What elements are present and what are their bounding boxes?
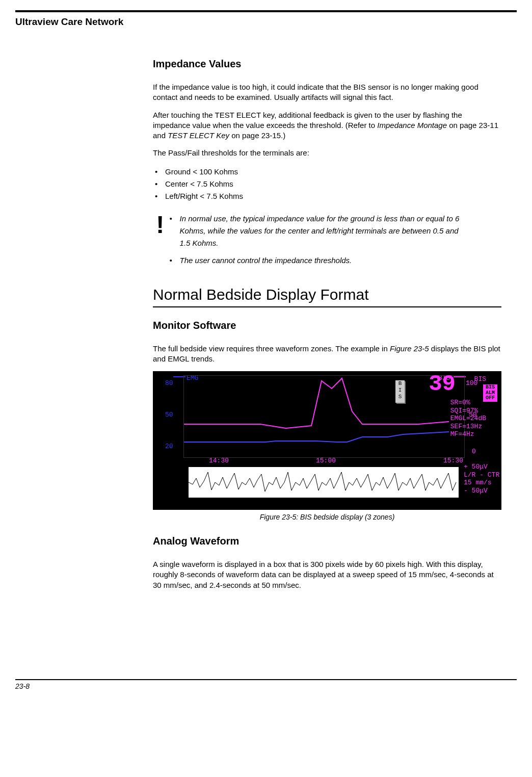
page-header: Ultraview Care Network [15, 16, 517, 28]
y-left-tick: 20 [165, 443, 173, 450]
list-item: In normal use, the typical impedance val… [168, 213, 501, 249]
page-number: 23-8 [15, 682, 532, 690]
crossref: TEST ELECT Key [168, 131, 229, 140]
waveform-svg [189, 467, 459, 498]
line-emg [184, 432, 449, 442]
heading-monitor-software: Monitor Software [153, 320, 501, 331]
stat-line: EMGL=24dB [450, 415, 486, 423]
chart-area [183, 375, 465, 458]
list-item: Ground < 100 Kohms [153, 166, 501, 178]
stat-line: SQI=97% [450, 407, 486, 415]
heading-rule [153, 306, 501, 307]
waveform-line [189, 472, 456, 491]
wave-info-line: + 50μV [464, 463, 499, 471]
stat-line: MF=4Hz [450, 430, 486, 438]
chart-svg [184, 376, 464, 457]
exclamation-icon: ! [153, 213, 168, 272]
stat-line: SEF=13Hz [450, 423, 486, 431]
stat-line: SR=0% [450, 399, 486, 407]
figure-caption: Figure 23-5: BIS bedside display (3 zone… [153, 513, 501, 521]
crossref: Impedance Montage [377, 121, 447, 130]
paragraph: After touching the TEST ELECT key, addit… [153, 110, 501, 141]
paragraph: A single waveform is displayed in a box … [153, 559, 501, 590]
y-left-tick: 80 [165, 379, 173, 387]
x-tick: 14:30 [209, 457, 229, 464]
wave-info-line: L/R - CTR [464, 471, 499, 479]
paragraph: The full bedside view requires three wav… [153, 344, 501, 365]
wave-info-line: 15 mm/s [464, 479, 499, 487]
bis-tab: BIS [395, 380, 405, 403]
paragraph: The Pass/Fail thresholds for the termina… [153, 148, 501, 158]
note-block: ! In normal use, the typical impedance v… [153, 213, 501, 272]
text: on page 23-15.) [231, 131, 285, 140]
header-rule [15, 10, 517, 12]
list-item: Center < 7.5 Kohms [153, 178, 501, 190]
heading-analog-waveform: Analog Waveform [153, 535, 501, 547]
line-bis [184, 378, 449, 428]
heading-impedance-values: Impedance Values [153, 58, 501, 70]
footer-rule [15, 679, 517, 680]
x-tick: 15:30 [443, 457, 463, 464]
x-tick: 15:00 [316, 457, 336, 464]
y-right-tick: 0 [472, 448, 476, 455]
figure-bis-bedside: EMG BIS 80 50 20 100 50 0 14:30 15:00 15… [153, 371, 501, 510]
paragraph: If the impedance value is too high, it c… [153, 82, 501, 103]
wave-info-line: - 50μV [464, 487, 499, 495]
bis-value: 39 [429, 371, 456, 397]
list-item: Left/Right < 7.5 Kohms [153, 190, 501, 202]
list-item: The user cannot control the impedance th… [168, 254, 501, 267]
bis-value-label: BIS [474, 375, 486, 383]
threshold-list: Ground < 100 Kohms Center < 7.5 Kohms Le… [153, 166, 501, 202]
crossref: Figure 23-5 [390, 344, 429, 353]
waveform-info: + 50μV L/R - CTR 15 mm/s - 50μV [464, 463, 499, 495]
bis-tab-label: BIS [398, 380, 402, 400]
text: The full bedside view requires three wav… [153, 344, 390, 353]
note-list: In normal use, the typical impedance val… [168, 213, 501, 267]
waveform-box [189, 467, 459, 498]
y-left-tick: 50 [165, 411, 173, 419]
heading-normal-bedside: Normal Bedside Display Format [153, 286, 501, 303]
stat-block: SR=0% SQI=97% EMGL=24dB SEF=13Hz MF=4Hz [450, 399, 486, 438]
